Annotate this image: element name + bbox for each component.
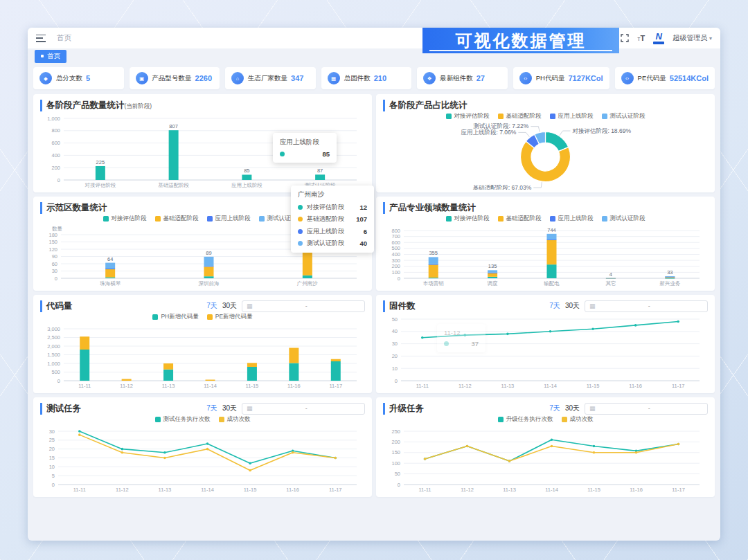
charts-grid: 各阶段产品数量统计(当前阶段) 02004006008001,000对接评估阶段…: [28, 93, 720, 497]
date-range-input[interactable]: ▦-: [242, 403, 365, 415]
svg-text:120: 120: [48, 246, 57, 253]
stat-label: PE代码量: [638, 74, 666, 83]
card-test-tasks: 测试任务 7天 30天 ▦- 测试任务执行次数成功次数 051015202530…: [33, 397, 372, 497]
legend-item[interactable]: 基础适配阶段: [498, 112, 542, 120]
chart-legend: 对接评估阶段基础适配阶段应用上线阶段测试认证阶段: [383, 111, 708, 121]
firmware-count-chart[interactable]: 0102030405011-1111-1211-1311-1411-1511-1…: [383, 312, 708, 390]
svg-text:11-15: 11-15: [246, 383, 259, 389]
calendar-icon: ▦: [247, 302, 253, 309]
range-7d-button[interactable]: 7天: [549, 404, 560, 413]
chart-legend: 测试任务执行次数成功次数: [40, 415, 365, 424]
stage-ratio-donut-chart[interactable]: 对接评估阶段: 18.69%基础适配阶段: 67.03%应用上线阶段: 7.06…: [383, 121, 708, 190]
date-range-input[interactable]: ▦-: [242, 300, 365, 312]
legend-item[interactable]: 对接评估阶段: [446, 112, 490, 120]
svg-text:11-13: 11-13: [162, 383, 175, 389]
svg-text:150: 150: [391, 449, 400, 455]
card-code-volume: 代码量 7天 30天 ▦- PH新增代码量PE新增代码量 05001,0001,…: [33, 295, 372, 393]
tag-dot-icon: [41, 55, 44, 57]
legend-item[interactable]: 对接评估阶段: [446, 215, 490, 223]
svg-text:4: 4: [609, 271, 612, 278]
stat-label: PH代码量: [536, 74, 565, 83]
svg-text:200: 200: [391, 439, 400, 445]
svg-text:11-11: 11-11: [78, 383, 91, 389]
test-tasks-chart[interactable]: 05101520253011-1111-1211-1311-1411-1511-…: [40, 424, 365, 494]
stat-value: 347: [291, 74, 303, 82]
stat-value: 27: [477, 74, 485, 82]
brand-logo[interactable]: N: [653, 32, 664, 44]
stat-card: ◆总分支数5: [33, 67, 124, 89]
legend-swatch-icon: [207, 216, 213, 222]
code-volume-chart[interactable]: 05001,0001,5002,0002,5003,00011-1111-121…: [40, 322, 365, 390]
domain-count-chart[interactable]: 0100200300400500600700800市场营销调度输配电其它新兴业务…: [383, 224, 708, 288]
range-7d-button[interactable]: 7天: [549, 301, 560, 311]
upgrade-tasks-chart[interactable]: 05010015020025011-1111-1211-1311-1411-15…: [383, 424, 708, 494]
range-7d-button[interactable]: 7天: [206, 404, 217, 413]
legend-item[interactable]: 基础适配阶段: [498, 215, 542, 223]
svg-text:11-15: 11-15: [244, 487, 257, 493]
svg-text:11-17: 11-17: [672, 487, 685, 493]
stat-label: 最新组件数: [440, 74, 473, 83]
svg-text:深圳前海: 深圳前海: [199, 280, 220, 287]
svg-text:25: 25: [49, 437, 55, 443]
legend-item[interactable]: 升级任务执行次数: [498, 415, 553, 424]
stat-label: 产品型号数量: [152, 74, 192, 83]
legend-item[interactable]: 测试认证阶段: [602, 215, 645, 223]
svg-text:50: 50: [392, 316, 398, 323]
font-size-icon[interactable]: TT: [637, 34, 645, 42]
legend-item[interactable]: PH新增代码量: [152, 313, 198, 321]
svg-text:2,500: 2,500: [47, 334, 60, 341]
range-30d-button[interactable]: 30天: [565, 404, 580, 413]
svg-text:调度: 调度: [488, 280, 499, 287]
svg-text:200: 200: [391, 263, 400, 269]
stat-cards-row: ◆总分支数5▣产品型号数量2260⌂生态厂家数量347▦总固件数210❖最新组件…: [28, 64, 720, 93]
svg-text:10: 10: [392, 365, 398, 372]
date-range-input[interactable]: ▦-: [585, 403, 708, 415]
fullscreen-icon[interactable]: [621, 34, 629, 42]
legend-item[interactable]: 应用上线阶段: [207, 215, 251, 223]
svg-text:64: 64: [107, 256, 113, 262]
stat-label: 总分支数: [56, 74, 82, 83]
legend-item[interactable]: 基础适配阶段: [155, 215, 199, 223]
range-30d-button[interactable]: 30天: [565, 301, 580, 311]
svg-text:11-14: 11-14: [204, 383, 217, 389]
svg-text:11-14: 11-14: [544, 383, 557, 389]
svg-text:800: 800: [51, 127, 60, 134]
legend-item[interactable]: PE新增代码量: [207, 313, 253, 321]
date-range-input[interactable]: ▦-: [585, 300, 708, 312]
legend-item[interactable]: 成功次数: [219, 415, 251, 424]
legend-swatch-icon: [446, 216, 452, 222]
user-menu[interactable]: 超级管理员 ▾: [673, 33, 712, 43]
legend-item[interactable]: 测试认证阶段: [602, 112, 645, 120]
svg-text:0: 0: [57, 378, 60, 384]
range-30d-button[interactable]: 30天: [222, 301, 237, 311]
svg-text:市场营销: 市场营销: [423, 280, 445, 287]
breadcrumb[interactable]: 首页: [57, 33, 71, 43]
legend-item[interactable]: 应用上线阶段: [550, 112, 594, 120]
svg-text:应用上线阶段: 7.06%: 应用上线阶段: 7.06%: [461, 129, 517, 136]
card-stage-ratio: 各阶段产品占比统计 对接评估阶段基础适配阶段应用上线阶段测试认证阶段 对接评估阶…: [376, 94, 715, 192]
svg-text:0: 0: [52, 482, 55, 488]
legend-item[interactable]: 成功次数: [562, 415, 594, 424]
svg-text:10: 10: [49, 464, 55, 470]
legend-item[interactable]: 应用上线阶段: [550, 215, 594, 223]
menu-collapse-icon[interactable]: [36, 35, 46, 42]
legend-swatch-icon: [219, 417, 224, 422]
branch-icon: ◆: [39, 72, 52, 84]
svg-text:807: 807: [169, 123, 178, 129]
range-7d-button[interactable]: 7天: [206, 301, 217, 311]
svg-text:135: 135: [488, 263, 497, 269]
chart-title: 固件数: [383, 300, 416, 312]
svg-text:11-12: 11-12: [461, 487, 474, 493]
svg-text:400: 400: [51, 152, 60, 159]
legend-item[interactable]: 测试任务执行次数: [155, 415, 211, 424]
svg-text:11-12: 11-12: [120, 383, 133, 389]
range-30d-button[interactable]: 30天: [222, 404, 237, 413]
svg-text:广州南沙: 广州南沙: [297, 280, 319, 287]
tab-home[interactable]: 首页: [35, 50, 66, 63]
legend-item[interactable]: 对接评估阶段: [103, 215, 147, 223]
chart-tooltip: 应用上线阶段 85: [273, 133, 337, 163]
tooltip-row: 测试认证阶段40: [298, 239, 367, 248]
svg-text:87: 87: [317, 168, 323, 174]
stat-label: 总固件数: [344, 74, 371, 83]
calendar-icon: ▦: [589, 302, 596, 309]
